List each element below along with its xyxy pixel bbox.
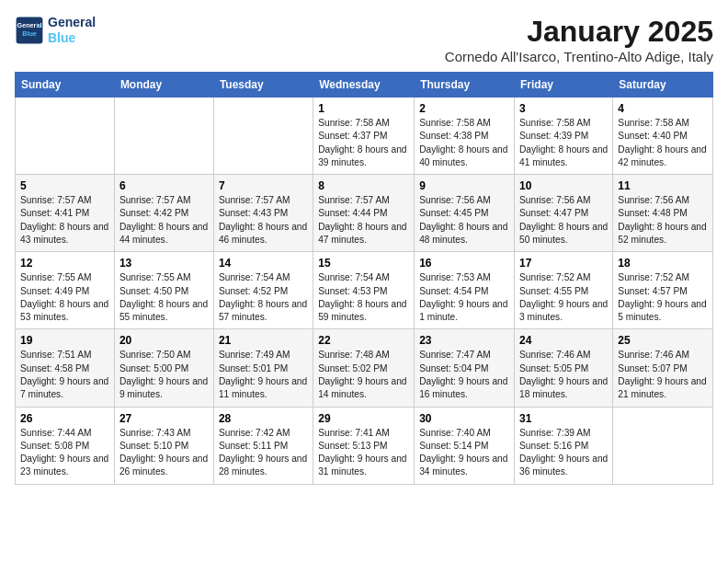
day-number: 15 [318,257,409,270]
day-number: 30 [419,412,509,425]
calendar-cell: 14Sunrise: 7:54 AM Sunset: 4:52 PM Dayli… [213,252,313,329]
calendar-cell: 4Sunrise: 7:58 AM Sunset: 4:40 PM Daylig… [613,98,713,175]
day-number: 6 [119,179,209,192]
day-info: Sunrise: 7:56 AM Sunset: 4:47 PM Dayligh… [519,194,608,247]
calendar-cell: 5Sunrise: 7:57 AM Sunset: 4:41 PM Daylig… [16,175,115,252]
day-number: 13 [119,257,209,270]
week-row-5: 26Sunrise: 7:44 AM Sunset: 5:08 PM Dayli… [16,407,713,484]
day-number: 28 [219,412,308,425]
day-number: 29 [318,412,409,425]
day-number: 23 [419,334,509,347]
day-info: Sunrise: 7:49 AM Sunset: 5:01 PM Dayligh… [219,349,308,401]
day-info: Sunrise: 7:52 AM Sunset: 4:57 PM Dayligh… [618,271,708,324]
calendar-cell [114,98,213,175]
day-info: Sunrise: 7:58 AM Sunset: 4:40 PM Dayligh… [618,117,708,169]
calendar-cell: 10Sunrise: 7:56 AM Sunset: 4:47 PM Dayli… [515,175,613,252]
weekday-header-thursday: Thursday [415,73,515,98]
day-number: 11 [618,179,708,192]
weekday-header-sunday: Sunday [16,73,115,98]
calendar-cell: 18Sunrise: 7:52 AM Sunset: 4:57 PM Dayli… [613,252,713,329]
calendar-cell: 29Sunrise: 7:41 AM Sunset: 5:13 PM Dayli… [313,407,415,484]
day-number: 27 [119,412,209,425]
day-number: 5 [20,179,109,192]
day-number: 16 [419,257,509,270]
calendar-cell: 9Sunrise: 7:56 AM Sunset: 4:45 PM Daylig… [415,175,515,252]
weekday-header-monday: Monday [114,73,213,98]
weekday-header-wednesday: Wednesday [313,73,415,98]
day-number: 21 [219,334,308,347]
week-row-1: 1Sunrise: 7:58 AM Sunset: 4:37 PM Daylig… [16,98,713,175]
weekday-header-friday: Friday [515,73,613,98]
calendar-cell: 30Sunrise: 7:40 AM Sunset: 5:14 PM Dayli… [415,407,515,484]
calendar-cell: 26Sunrise: 7:44 AM Sunset: 5:08 PM Dayli… [16,407,115,484]
day-number: 31 [519,412,608,425]
location-title: Cornedo All'Isarco, Trentino-Alto Adige,… [445,49,713,64]
day-number: 8 [318,179,409,192]
calendar-cell: 27Sunrise: 7:43 AM Sunset: 5:10 PM Dayli… [114,407,213,484]
weekday-header-row: SundayMondayTuesdayWednesdayThursdayFrid… [16,73,713,98]
day-info: Sunrise: 7:46 AM Sunset: 5:05 PM Dayligh… [519,349,608,401]
calendar-cell: 3Sunrise: 7:58 AM Sunset: 4:39 PM Daylig… [515,98,613,175]
day-number: 10 [519,179,608,192]
calendar-cell: 28Sunrise: 7:42 AM Sunset: 5:11 PM Dayli… [213,407,313,484]
day-number: 24 [519,334,608,347]
day-number: 7 [219,179,308,192]
month-title: January 2025 [445,15,713,49]
calendar-cell [16,98,115,175]
calendar-cell: 19Sunrise: 7:51 AM Sunset: 4:58 PM Dayli… [16,329,115,407]
day-number: 3 [519,102,608,115]
week-row-4: 19Sunrise: 7:51 AM Sunset: 4:58 PM Dayli… [16,329,713,407]
calendar-cell: 20Sunrise: 7:50 AM Sunset: 5:00 PM Dayli… [114,329,213,407]
calendar-cell [613,407,713,484]
day-info: Sunrise: 7:57 AM Sunset: 4:44 PM Dayligh… [318,194,409,247]
header: General Blue General Blue January 2025 C… [15,15,713,64]
day-info: Sunrise: 7:54 AM Sunset: 4:52 PM Dayligh… [219,271,308,324]
day-number: 4 [618,102,708,115]
day-number: 12 [20,257,109,270]
day-info: Sunrise: 7:51 AM Sunset: 4:58 PM Dayligh… [20,349,109,401]
day-info: Sunrise: 7:58 AM Sunset: 4:38 PM Dayligh… [419,117,509,169]
day-info: Sunrise: 7:39 AM Sunset: 5:16 PM Dayligh… [519,427,608,479]
week-row-3: 12Sunrise: 7:55 AM Sunset: 4:49 PM Dayli… [16,252,713,329]
calendar-cell: 2Sunrise: 7:58 AM Sunset: 4:38 PM Daylig… [415,98,515,175]
day-info: Sunrise: 7:50 AM Sunset: 5:00 PM Dayligh… [119,349,209,401]
calendar-cell: 24Sunrise: 7:46 AM Sunset: 5:05 PM Dayli… [515,329,613,407]
day-info: Sunrise: 7:57 AM Sunset: 4:41 PM Dayligh… [20,194,109,247]
day-info: Sunrise: 7:53 AM Sunset: 4:54 PM Dayligh… [419,271,509,324]
calendar-cell: 31Sunrise: 7:39 AM Sunset: 5:16 PM Dayli… [515,407,613,484]
day-info: Sunrise: 7:42 AM Sunset: 5:11 PM Dayligh… [219,427,308,479]
day-number: 19 [20,334,109,347]
day-number: 9 [419,179,509,192]
calendar-cell: 21Sunrise: 7:49 AM Sunset: 5:01 PM Dayli… [213,329,313,407]
logo: General Blue General Blue [15,15,96,46]
day-info: Sunrise: 7:55 AM Sunset: 4:50 PM Dayligh… [119,271,209,324]
day-info: Sunrise: 7:52 AM Sunset: 4:55 PM Dayligh… [519,271,608,324]
day-info: Sunrise: 7:54 AM Sunset: 4:53 PM Dayligh… [318,271,409,324]
calendar-cell: 7Sunrise: 7:57 AM Sunset: 4:43 PM Daylig… [213,175,313,252]
day-info: Sunrise: 7:57 AM Sunset: 4:42 PM Dayligh… [119,194,209,247]
day-info: Sunrise: 7:41 AM Sunset: 5:13 PM Dayligh… [318,427,409,479]
calendar-cell: 22Sunrise: 7:48 AM Sunset: 5:02 PM Dayli… [313,329,415,407]
day-number: 26 [20,412,109,425]
day-number: 1 [318,102,409,115]
calendar-cell: 17Sunrise: 7:52 AM Sunset: 4:55 PM Dayli… [515,252,613,329]
day-info: Sunrise: 7:57 AM Sunset: 4:43 PM Dayligh… [219,194,308,247]
day-info: Sunrise: 7:56 AM Sunset: 4:48 PM Dayligh… [618,194,708,247]
calendar-cell: 6Sunrise: 7:57 AM Sunset: 4:42 PM Daylig… [114,175,213,252]
calendar-cell: 16Sunrise: 7:53 AM Sunset: 4:54 PM Dayli… [415,252,515,329]
day-info: Sunrise: 7:46 AM Sunset: 5:07 PM Dayligh… [618,349,708,401]
calendar-cell: 23Sunrise: 7:47 AM Sunset: 5:04 PM Dayli… [415,329,515,407]
calendar-cell: 15Sunrise: 7:54 AM Sunset: 4:53 PM Dayli… [313,252,415,329]
logo-text: General Blue [48,15,96,46]
day-number: 18 [618,257,708,270]
day-info: Sunrise: 7:43 AM Sunset: 5:10 PM Dayligh… [119,427,209,479]
day-number: 22 [318,334,409,347]
calendar-table: SundayMondayTuesdayWednesdayThursdayFrid… [15,72,713,485]
calendar-cell: 8Sunrise: 7:57 AM Sunset: 4:44 PM Daylig… [313,175,415,252]
weekday-header-saturday: Saturday [613,73,713,98]
day-info: Sunrise: 7:47 AM Sunset: 5:04 PM Dayligh… [419,349,509,401]
day-number: 14 [219,257,308,270]
weekday-header-tuesday: Tuesday [213,73,313,98]
calendar-cell: 11Sunrise: 7:56 AM Sunset: 4:48 PM Dayli… [613,175,713,252]
day-number: 25 [618,334,708,347]
